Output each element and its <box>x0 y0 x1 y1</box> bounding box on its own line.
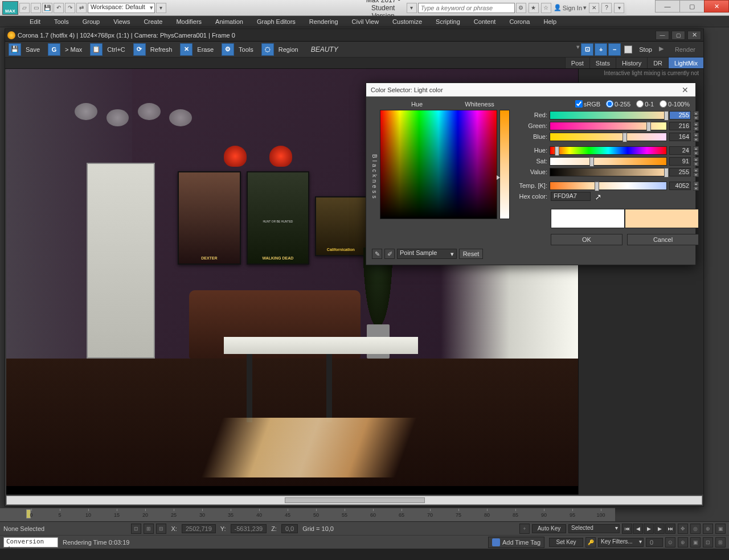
lock-icon[interactable]: ⊡ <box>131 524 141 534</box>
add-time-tag-button[interactable]: Add Time Tag <box>488 537 544 548</box>
tab-history[interactable]: History <box>616 57 647 68</box>
slider-thumb-4[interactable] <box>589 157 594 167</box>
whiteness-strip[interactable] <box>499 110 510 219</box>
tab-dr[interactable]: DR <box>647 57 668 68</box>
slider-spinner-3[interactable]: ▲▼ <box>693 146 699 155</box>
workspace-menu-icon[interactable]: ▾ <box>156 3 166 13</box>
color-dialog-close[interactable]: ✕ <box>679 85 691 95</box>
tools-icon[interactable]: ⚙ <box>222 43 234 56</box>
slider-track-0[interactable] <box>550 111 667 120</box>
slider-value-4[interactable]: 91 <box>669 157 691 166</box>
goto-start-icon[interactable]: ⏮ <box>622 524 632 534</box>
slider-spinner-0[interactable]: ▲▼ <box>693 111 699 120</box>
render-button[interactable]: Render <box>670 46 700 53</box>
slider-spinner-6[interactable]: ▲▼ <box>693 182 699 190</box>
corona-close[interactable]: ✕ <box>687 31 701 40</box>
slider-value-0[interactable]: 255 <box>669 111 691 120</box>
nav-zoom2-icon[interactable]: ⊕ <box>678 537 688 547</box>
tab-stats[interactable]: Stats <box>589 57 616 68</box>
corona-titlebar[interactable]: Corona 1.7 (hotfix 4) | 1024×768px (1:1)… <box>5 29 703 42</box>
slider-track-2[interactable] <box>550 133 667 141</box>
tomax-button[interactable]: > Max <box>60 43 87 56</box>
slider-track-6[interactable] <box>550 182 667 190</box>
slider-value-5[interactable]: 255 <box>669 168 691 176</box>
nav-pan-icon[interactable]: ✥ <box>678 524 688 534</box>
corona-maximize[interactable]: ▢ <box>671 31 685 40</box>
goto-end-icon[interactable]: ⏭ <box>665 524 675 534</box>
zoom-out-icon[interactable]: − <box>608 43 621 56</box>
prev-frame-icon[interactable]: ◀ <box>633 524 643 534</box>
play-icon[interactable]: ▶ <box>659 45 668 54</box>
new-icon[interactable]: ▱ <box>19 3 30 13</box>
app-logo[interactable]: MAX <box>2 1 18 15</box>
tab-lightmix[interactable]: LightMix <box>668 57 703 68</box>
hue-field[interactable] <box>380 110 497 219</box>
eyedropper-icon[interactable]: ✎ <box>372 249 382 259</box>
menu-civilview[interactable]: Civil View <box>345 17 386 26</box>
time-config-icon[interactable]: ⊙ <box>665 537 675 547</box>
save-icon[interactable]: 💾 <box>9 43 21 56</box>
corona-minimize[interactable]: — <box>656 31 669 40</box>
channel-selector[interactable]: BEAUTY <box>306 46 574 53</box>
refresh-button[interactable]: Refresh <box>146 43 177 56</box>
range-0-100[interactable]: 0-100% <box>660 100 690 108</box>
slider-value-6[interactable]: 4052 <box>669 182 691 190</box>
slider-thumb-5[interactable] <box>664 168 669 178</box>
slider-thumb-2[interactable] <box>622 133 627 142</box>
zoom-in-icon[interactable]: + <box>595 43 607 56</box>
favorite-icon[interactable]: ☆ <box>541 3 551 13</box>
signin-button[interactable]: 👤 Sign In ▾ <box>554 4 587 11</box>
viewport-h-scrollbar[interactable] <box>6 496 702 505</box>
next-frame-icon[interactable]: ▶ <box>654 524 665 534</box>
swatch-old[interactable] <box>551 209 625 228</box>
setkey-button[interactable]: Set Key <box>549 538 583 547</box>
help-search-input[interactable] <box>418 3 515 13</box>
slider-value-3[interactable]: 24 <box>669 146 691 155</box>
x-value[interactable]: 2502,719 <box>182 524 216 533</box>
erase-icon[interactable]: ✕ <box>180 43 193 56</box>
menu-animation[interactable]: Animation <box>208 17 250 26</box>
slider-thumb-0[interactable] <box>664 111 669 121</box>
link-icon[interactable]: ⇄ <box>76 3 87 13</box>
nav-max-icon[interactable]: ⊡ <box>703 537 713 547</box>
keymode-icon[interactable]: + <box>519 524 530 534</box>
refresh-icon[interactable]: ⟳ <box>133 43 146 56</box>
menu-grapheditors[interactable]: Graph Editors <box>250 17 302 26</box>
menu-rendering[interactable]: Rendering <box>302 17 345 26</box>
range-0-1[interactable]: 0-1 <box>636 100 654 108</box>
region-button[interactable]: Region <box>274 43 303 56</box>
tomax-icon[interactable]: G <box>48 43 60 56</box>
menu-customize[interactable]: Customize <box>386 17 429 26</box>
script-listener[interactable]: Conversion d: <box>3 537 58 547</box>
menu-group[interactable]: Group <box>76 17 107 26</box>
help-icon[interactable]: ? <box>601 3 612 13</box>
srgb-checkbox[interactable]: sRGB <box>575 100 600 108</box>
tools-button[interactable]: Tools <box>234 43 258 56</box>
play-icon[interactable]: ▶ <box>644 524 654 534</box>
os-minimize-button[interactable]: — <box>655 0 680 13</box>
erase-button[interactable]: Erase <box>193 43 218 56</box>
nav-fov-icon[interactable]: ▣ <box>715 524 726 534</box>
key-icon[interactable]: 🔑 <box>585 537 596 547</box>
star-icon[interactable]: ★ <box>529 3 539 13</box>
menu-modifiers[interactable]: Modifiers <box>169 17 208 26</box>
nav-zoom-icon[interactable]: ⊕ <box>703 524 713 534</box>
autokey-button[interactable]: Auto Key <box>532 524 566 533</box>
nav-all-icon[interactable]: ⊞ <box>715 537 726 547</box>
slider-spinner-4[interactable]: ▲▼ <box>693 157 699 166</box>
save-button[interactable]: Save <box>21 43 44 56</box>
hex-input[interactable]: FFD9A7 <box>551 192 591 201</box>
current-frame[interactable]: 0 <box>646 538 663 547</box>
menu-create[interactable]: Create <box>137 17 169 26</box>
slider-track-5[interactable] <box>550 168 667 176</box>
tab-post[interactable]: Post <box>565 57 589 68</box>
z-value[interactable]: 0,0 <box>281 524 298 533</box>
region-icon[interactable]: ◌ <box>261 43 274 56</box>
keymode-select[interactable]: Selected <box>568 524 620 533</box>
menu-corona[interactable]: Corona <box>502 17 536 26</box>
swatch-new[interactable] <box>625 209 699 228</box>
y-value[interactable]: -5631,239 <box>231 524 267 533</box>
menu-tools[interactable]: Tools <box>47 17 76 26</box>
os-close-button[interactable]: ✕ <box>704 0 729 13</box>
slider-thumb-3[interactable] <box>555 146 559 156</box>
